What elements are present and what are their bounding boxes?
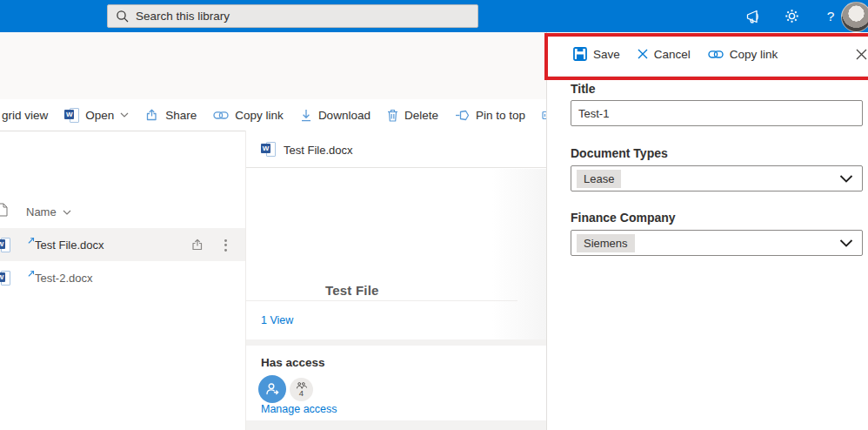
link-icon: [708, 50, 724, 59]
has-access-title: Has access: [261, 356, 325, 369]
manage-access-link[interactable]: Manage access: [261, 403, 337, 415]
finance-company-field-label: Finance Company: [571, 211, 676, 225]
command-exit-grid-view[interactable]: grid view: [2, 109, 48, 122]
copy-link-button[interactable]: Copy link: [708, 48, 778, 61]
profile-avatar[interactable]: [841, 2, 868, 32]
save-label: Save: [593, 48, 620, 61]
search-input[interactable]: [107, 4, 478, 28]
file-row-test-file[interactable]: W Test File.docx: [0, 228, 245, 261]
command-label: Delete: [404, 109, 438, 122]
more-actions-icon[interactable]: [224, 239, 227, 252]
chevron-down-icon: [839, 175, 853, 183]
command-label: grid view: [2, 109, 48, 122]
command-label: Download: [318, 109, 371, 122]
command-copy-link[interactable]: Copy link: [213, 109, 284, 122]
save-button[interactable]: Save: [573, 47, 620, 61]
views-link[interactable]: 1 View: [261, 314, 293, 326]
person-access-avatar[interactable]: [258, 375, 286, 403]
word-file-icon: W: [0, 271, 10, 285]
page-edge-line: [246, 300, 517, 301]
command-bar: grid view W Open Share Copy link Downl: [0, 99, 546, 131]
link-icon: [213, 111, 229, 120]
help-icon[interactable]: ?: [821, 7, 840, 25]
share-icon[interactable]: [190, 238, 205, 252]
selected-value-tag: Siemens: [577, 234, 635, 252]
preview-header: W Test File.docx: [246, 131, 546, 168]
name-column-label: Name: [26, 205, 57, 218]
command-delete[interactable]: Delete: [387, 109, 438, 122]
section-divider: [246, 339, 546, 346]
share-icon: [145, 108, 159, 122]
document-types-dropdown[interactable]: Lease: [571, 165, 863, 191]
download-icon: [300, 109, 312, 122]
command-label: Copy link: [235, 109, 284, 122]
chevron-down-icon: [839, 239, 853, 247]
file-name: Test File.docx: [35, 239, 103, 252]
search-box: [107, 4, 478, 28]
site-header-band: [0, 32, 546, 99]
panel-toolbar: Save Cancel Copy link: [547, 32, 868, 77]
preview-file-name: Test File.docx: [284, 144, 352, 157]
trash-icon: [387, 109, 398, 122]
command-label: Open: [85, 109, 114, 122]
finance-company-dropdown[interactable]: Siemens: [571, 230, 863, 256]
command-download[interactable]: Download: [300, 109, 371, 122]
cancel-label: Cancel: [654, 48, 691, 61]
suite-bar: ?: [0, 0, 868, 32]
announcements-icon[interactable]: [743, 7, 762, 25]
person-plus-icon: [264, 381, 280, 397]
name-column-header[interactable]: Name: [26, 205, 71, 218]
document-types-field-label: Document Types: [571, 146, 668, 160]
command-share[interactable]: Share: [145, 108, 197, 122]
document-type-column-icon: [0, 203, 8, 217]
chevron-down-icon: [63, 210, 71, 215]
pane-bottom-strip: [246, 420, 546, 430]
document-page-text: Test File: [325, 283, 379, 298]
file-row-test-2[interactable]: W Test-2.docx: [0, 261, 245, 294]
command-label: Pin to top: [476, 109, 525, 122]
group-count: 4: [299, 389, 304, 398]
close-panel-icon[interactable]: [856, 49, 867, 60]
word-file-icon: W: [0, 238, 10, 252]
pin-icon: [455, 110, 470, 121]
command-label: Share: [165, 109, 197, 122]
group-access-avatar[interactable]: 4: [290, 378, 313, 401]
word-file-icon: W: [261, 142, 276, 156]
copy-link-label: Copy link: [730, 48, 778, 61]
title-field-label: Title: [571, 82, 596, 96]
command-pin-to-top[interactable]: Pin to top: [455, 109, 525, 122]
command-open[interactable]: W Open: [64, 108, 129, 122]
cancel-x-icon: [638, 49, 648, 59]
settings-gear-icon[interactable]: [782, 7, 801, 25]
chevron-down-icon: [120, 112, 129, 118]
file-name: Test-2.docx: [35, 272, 92, 285]
cancel-button[interactable]: Cancel: [638, 48, 691, 61]
edit-properties-panel: Save Cancel Copy link Title Document Typ…: [546, 32, 868, 430]
file-preview-pane: W Test File.docx Test File 1 View Has ac…: [246, 131, 546, 430]
title-input[interactable]: [571, 100, 863, 126]
word-file-icon: W: [64, 108, 79, 122]
file-list-header-row: Name: [0, 202, 245, 225]
save-icon: [573, 47, 587, 61]
selected-value-tag: Lease: [577, 170, 621, 188]
